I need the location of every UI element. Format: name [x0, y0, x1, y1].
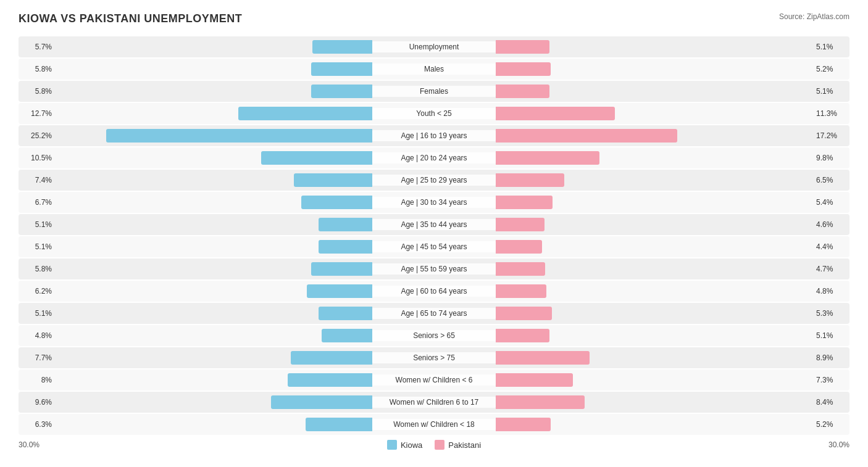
center-label: Youth < 25: [372, 108, 496, 119]
right-bar-container: [496, 329, 812, 342]
right-value: 5.2%: [812, 420, 849, 429]
right-bar-container: [496, 395, 812, 409]
right-bar-container: [496, 85, 812, 98]
bar-row: 5.1% Age | 65 to 74 years 5.3%: [19, 303, 849, 324]
right-bar-container: [496, 418, 812, 431]
chart-footer: 30.0% Kiowa Pakistani 30.0%: [19, 440, 849, 450]
row-inner: 5.1% Age | 65 to 74 years 5.3%: [19, 305, 849, 322]
legend-pakistani-label: Pakistani: [448, 440, 481, 450]
chart-header: KIOWA VS PAKISTANI UNEMPLOYMENT Source: …: [19, 12, 849, 25]
right-bar: [496, 151, 599, 165]
right-bar-container: [496, 373, 812, 387]
center-label: Unemployment: [372, 41, 496, 52]
bar-row: 6.7% Age | 30 to 34 years 5.4%: [19, 192, 849, 213]
row-inner: 12.7% Youth < 25 11.3%: [19, 105, 849, 122]
left-bar: [312, 40, 372, 54]
right-bar-container: [496, 107, 812, 120]
right-bar: [496, 62, 551, 76]
chart-source: Source: ZipAtlas.com: [779, 12, 849, 21]
right-value: 8.4%: [812, 398, 849, 407]
row-inner: 5.1% Age | 45 to 54 years 4.4%: [19, 238, 849, 255]
left-bar: [319, 218, 372, 231]
center-label: Age | 30 to 34 years: [372, 197, 496, 208]
center-label: Women w/ Children 6 to 17: [372, 397, 496, 408]
chart-area: 5.7% Unemployment 5.1% 5.8% Males: [19, 36, 849, 435]
bar-row: 10.5% Age | 20 to 24 years 9.8%: [19, 147, 849, 168]
right-value: 4.8%: [812, 287, 849, 295]
left-bar-container: [56, 240, 372, 254]
right-bar: [496, 85, 549, 98]
left-bar-container: [56, 373, 372, 387]
left-bar: [288, 373, 372, 387]
right-value: 4.7%: [812, 265, 849, 273]
right-value: 5.3%: [812, 309, 849, 318]
chart-container: KIOWA VS PAKISTANI UNEMPLOYMENT Source: …: [0, 0, 868, 467]
center-label: Age | 25 to 29 years: [372, 175, 496, 186]
right-value: 5.1%: [812, 87, 849, 96]
left-bar: [291, 351, 372, 365]
row-inner: 8% Women w/ Children < 6 7.3%: [19, 371, 849, 389]
center-label: Age | 55 to 59 years: [372, 263, 496, 275]
left-bar: [322, 329, 372, 342]
left-bar: [306, 418, 372, 431]
left-bar: [301, 196, 372, 209]
bar-row: 25.2% Age | 16 to 19 years 17.2%: [19, 125, 849, 146]
left-bar-container: [56, 395, 372, 409]
left-bar-container: [56, 329, 372, 342]
left-bar: [238, 107, 372, 120]
left-bar: [307, 284, 372, 298]
axis-label-right: 30.0%: [828, 440, 849, 449]
bar-row: 12.7% Youth < 25 11.3%: [19, 103, 849, 124]
right-value: 5.2%: [812, 65, 849, 73]
bar-row: 5.8% Females 5.1%: [19, 81, 849, 102]
left-value: 7.7%: [19, 353, 56, 362]
legend-pakistani-box: [435, 440, 444, 450]
left-bar: [271, 395, 372, 409]
row-inner: 25.2% Age | 16 to 19 years 17.2%: [19, 127, 849, 144]
legend-kiowa-box: [387, 440, 397, 450]
left-bar: [319, 240, 372, 254]
row-inner: 9.6% Women w/ Children 6 to 17 8.4%: [19, 394, 849, 411]
right-value: 6.5%: [812, 176, 849, 184]
right-bar-container: [496, 284, 812, 298]
right-value: 7.3%: [812, 376, 849, 384]
left-value: 4.8%: [19, 331, 56, 340]
right-bar: [496, 395, 585, 409]
left-bar-container: [56, 151, 372, 165]
right-value: 5.1%: [812, 43, 849, 51]
row-inner: 5.8% Females 5.1%: [19, 83, 849, 100]
left-bar: [261, 151, 372, 165]
left-value: 5.8%: [19, 87, 56, 96]
center-label: Women w/ Children < 18: [372, 419, 496, 430]
right-value: 5.1%: [812, 331, 849, 340]
right-value: 8.9%: [812, 353, 849, 362]
left-value: 5.1%: [19, 242, 56, 251]
left-bar: [311, 62, 372, 76]
right-bar-container: [496, 129, 812, 143]
row-inner: 6.7% Age | 30 to 34 years 5.4%: [19, 194, 849, 211]
center-label: Age | 60 to 64 years: [372, 286, 496, 297]
left-value: 5.7%: [19, 43, 56, 51]
axis-label-left: 30.0%: [19, 440, 40, 449]
left-bar-container: [56, 40, 372, 54]
left-value: 5.1%: [19, 309, 56, 318]
right-value: 11.3%: [812, 109, 849, 118]
left-bar-container: [56, 62, 372, 76]
row-inner: 5.8% Age | 55 to 59 years 4.7%: [19, 260, 849, 278]
bar-row: 5.8% Age | 55 to 59 years 4.7%: [19, 258, 849, 279]
bar-row: 5.8% Males 5.2%: [19, 59, 849, 80]
legend-kiowa-label: Kiowa: [401, 440, 422, 450]
left-value: 9.6%: [19, 398, 56, 407]
right-bar-container: [496, 351, 812, 365]
right-bar: [496, 173, 564, 187]
left-value: 5.8%: [19, 265, 56, 273]
bar-row: 5.1% Age | 35 to 44 years 4.6%: [19, 214, 849, 235]
right-bar-container: [496, 262, 812, 276]
center-label: Age | 20 to 24 years: [372, 152, 496, 163]
right-value: 4.4%: [812, 242, 849, 251]
left-bar-container: [56, 107, 372, 120]
left-value: 5.8%: [19, 65, 56, 73]
right-bar: [496, 107, 615, 120]
left-bar: [311, 262, 372, 276]
right-bar: [496, 373, 573, 387]
